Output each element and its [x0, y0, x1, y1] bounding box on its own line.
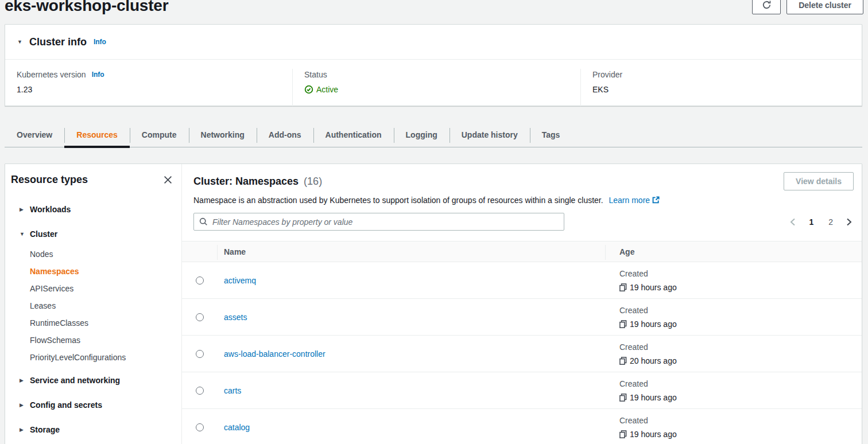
tab-resources[interactable]: Resources — [64, 123, 130, 147]
copy-icon[interactable] — [619, 320, 630, 328]
cluster-info-body: Kubernetes version Info 1.23 Status Acti… — [5, 60, 862, 106]
delete-cluster-button[interactable]: Delete cluster — [786, 0, 863, 14]
copy-icon[interactable] — [619, 283, 630, 291]
status-field: Status Active — [292, 69, 580, 106]
tree-section-label: Storage — [30, 425, 60, 434]
page-title: eks-workshop-cluster — [5, 0, 168, 15]
cluster-info-panel: ▼ Cluster info Info Kubernetes version I… — [5, 24, 862, 106]
copy-icon[interactable] — [619, 357, 630, 365]
learn-more-link[interactable]: Learn more — [609, 196, 650, 205]
resource-types-sidebar: Resource types ▶ Workloads ▼ Cluster Nod… — [5, 164, 182, 444]
namespace-link[interactable]: catalog — [224, 423, 250, 432]
table-row: aws-load-balancer-controller Created 20 … — [182, 336, 862, 372]
copy-icon[interactable] — [619, 430, 630, 438]
table-row: assets Created 19 hours ago — [182, 299, 862, 336]
triangle-down-icon: ▼ — [20, 231, 25, 237]
resource-types-tree: ▶ Workloads ▼ Cluster Nodes Namespaces A… — [11, 203, 173, 436]
triangle-right-icon: ▶ — [20, 402, 25, 408]
namespaces-title: Cluster: Namespaces — [193, 176, 299, 187]
tree-section-cluster[interactable]: ▼ Cluster — [20, 228, 173, 240]
row-radio-button[interactable] — [196, 423, 204, 431]
tab-add-ons[interactable]: Add-ons — [257, 123, 313, 147]
namespace-link[interactable]: assets — [224, 313, 247, 322]
namespace-link[interactable]: carts — [224, 386, 241, 395]
status-value: Active — [316, 84, 338, 95]
previous-page-icon[interactable] — [788, 218, 797, 226]
tab-tags[interactable]: Tags — [530, 123, 572, 147]
age-value: 19 hours ago — [630, 392, 677, 403]
tree-section-label: Cluster — [30, 229, 57, 239]
table-row: catalog Created 19 hours ago — [182, 409, 862, 444]
filter-box — [193, 213, 564, 231]
pagination: 1 2 — [788, 217, 854, 227]
kubernetes-version-field: Kubernetes version Info 1.23 — [5, 69, 292, 106]
view-details-button[interactable]: View details — [784, 172, 854, 190]
row-radio-button[interactable] — [196, 276, 204, 285]
sidebar-item-leases[interactable]: Leases — [20, 297, 173, 314]
sidebar-item-nodes[interactable]: Nodes — [20, 246, 173, 263]
resources-panel: Resource types ▶ Workloads ▼ Cluster Nod… — [5, 163, 862, 444]
filter-namespaces-input[interactable] — [212, 217, 559, 227]
kubernetes-version-value: 1.23 — [17, 84, 292, 95]
search-icon — [199, 217, 208, 226]
sidebar-item-namespaces[interactable]: Namespaces — [20, 263, 173, 280]
provider-value: EKS — [592, 84, 862, 95]
cluster-info-info-link[interactable]: Info — [94, 38, 106, 46]
cluster-info-title: Cluster info — [29, 36, 87, 48]
refresh-icon — [762, 0, 772, 10]
triangle-right-icon: ▶ — [20, 207, 25, 212]
row-radio-button[interactable] — [196, 350, 204, 358]
page-1-button[interactable]: 1 — [805, 217, 817, 227]
tree-section-label: Workloads — [30, 205, 71, 214]
external-link-icon[interactable] — [652, 196, 660, 205]
header-actions: Delete cluster — [752, 0, 863, 14]
tab-logging[interactable]: Logging — [394, 123, 450, 147]
row-radio-button[interactable] — [196, 387, 204, 395]
tab-update-history[interactable]: Update history — [450, 123, 530, 147]
close-icon[interactable] — [162, 174, 173, 185]
age-value: 19 hours ago — [630, 282, 677, 293]
namespaces-content: Cluster: Namespaces (16) View details Na… — [182, 164, 862, 444]
column-header-age[interactable]: Age — [619, 247, 634, 256]
namespaces-table: Name Age activemq Created 19 hours ago a… — [182, 241, 862, 444]
provider-label: Provider — [592, 69, 622, 80]
sidebar-item-flowschemas[interactable]: FlowSchemas — [20, 332, 173, 349]
namespace-link[interactable]: activemq — [224, 276, 256, 285]
tree-section-workloads[interactable]: ▶ Workloads — [20, 203, 173, 216]
provider-field: Provider EKS — [580, 69, 862, 106]
next-page-icon[interactable] — [844, 218, 854, 226]
sidebar-item-apiservices[interactable]: APIServices — [20, 280, 173, 297]
tab-overview[interactable]: Overview — [5, 123, 64, 147]
kubernetes-version-info-link[interactable]: Info — [92, 69, 104, 80]
sidebar-item-runtimeclasses[interactable]: RuntimeClasses — [20, 314, 173, 332]
kubernetes-version-label: Kubernetes version — [17, 69, 86, 80]
age-value: 19 hours ago — [630, 318, 677, 330]
namespace-link[interactable]: aws-load-balancer-controller — [224, 349, 326, 359]
cluster-info-header[interactable]: ▼ Cluster info Info — [5, 25, 862, 60]
created-label: Created — [619, 268, 862, 279]
age-value: 19 hours ago — [630, 429, 677, 440]
tab-authentication[interactable]: Authentication — [313, 123, 394, 147]
copy-icon[interactable] — [619, 394, 630, 402]
tree-section-label: Config and secrets — [30, 400, 102, 410]
row-radio-button[interactable] — [196, 313, 204, 321]
refresh-button[interactable] — [752, 0, 781, 14]
namespaces-count: (16) — [304, 176, 322, 187]
tab-networking[interactable]: Networking — [189, 123, 257, 147]
tree-section-storage[interactable]: ▶ Storage — [20, 423, 173, 436]
status-label: Status — [304, 69, 327, 80]
created-label: Created — [619, 341, 862, 353]
collapse-triangle-icon[interactable]: ▼ — [17, 39, 22, 45]
created-label: Created — [619, 305, 862, 316]
tree-section-config-and-secrets[interactable]: ▶ Config and secrets — [20, 399, 173, 411]
triangle-right-icon: ▶ — [20, 427, 25, 433]
column-header-name[interactable]: Name — [224, 247, 246, 256]
tree-section-service-and-networking[interactable]: ▶ Service and networking — [20, 374, 173, 387]
namespaces-description: Namespace is an abstraction used by Kube… — [193, 196, 603, 205]
sidebar-item-prioritylevelconfigurations[interactable]: PriorityLevelConfigurations — [20, 349, 173, 366]
resource-types-title: Resource types — [11, 174, 88, 186]
tab-compute[interactable]: Compute — [130, 123, 189, 147]
cluster-tabs: Overview Resources Compute Networking Ad… — [5, 123, 862, 147]
created-label: Created — [619, 415, 862, 426]
page-2-button[interactable]: 2 — [825, 217, 836, 227]
